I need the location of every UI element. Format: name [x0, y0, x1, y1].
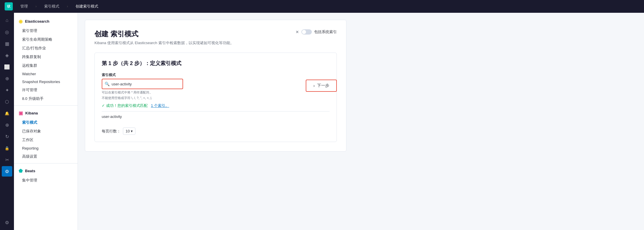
section-elasticsearch: ◉ Elasticsearch: [14, 16, 78, 26]
app-logo: 状: [5, 2, 13, 10]
next-label: 下一步: [317, 83, 329, 88]
nav-item-watcher[interactable]: Watcher: [14, 70, 78, 78]
canvas-icon[interactable]: ⬜: [2, 62, 12, 72]
nav-item-rollup[interactable]: 汇总/打包作业: [14, 44, 78, 53]
apm-icon[interactable]: ⊕: [2, 120, 12, 130]
nav-item-workspaces[interactable]: 工作区: [14, 136, 78, 144]
visualize-icon[interactable]: ◈: [2, 50, 12, 60]
discover-icon[interactable]: ◎: [2, 27, 12, 37]
section-beats: ⬟ Beats: [14, 166, 78, 176]
next-icon: ›: [313, 83, 315, 88]
elasticsearch-icon: ◉: [19, 19, 23, 24]
breadcrumb-sep-1: ›: [35, 4, 37, 8]
settings-icon[interactable]: ⚙: [2, 217, 12, 228]
dev-tools-icon[interactable]: ✂: [2, 154, 12, 165]
include-system-toggle-switch[interactable]: [301, 29, 312, 35]
include-system-toggle-row: ✕ 包括系统索引: [296, 29, 337, 35]
field-hint-1: 可以在索引模式中将 * 用作通配符。: [102, 90, 330, 95]
field-label: 索引模式: [102, 73, 330, 78]
section-kibana: ▣ Kibana: [14, 108, 78, 118]
close-icon: ✕: [296, 30, 299, 34]
nav-index-patterns[interactable]: 索引模式: [42, 3, 61, 10]
card-title: 创建 索引模式: [94, 29, 234, 39]
left-nav: ◉ Elasticsearch 索引管理 索引生命周期策略 汇总/打包作业 跨集…: [14, 13, 78, 230]
nav-item-snapshot[interactable]: Snapshot Repositories: [14, 78, 78, 86]
nav-create-index: 创建索引模式: [74, 3, 100, 10]
security-icon[interactable]: 🔒: [2, 143, 12, 153]
success-text: ✓ 成功！您的索引模式匹配: [102, 103, 148, 108]
nav-item-remote-clusters[interactable]: 远程集群: [14, 61, 78, 70]
nav-item-upgrade[interactable]: 8.0 升级助手: [14, 94, 78, 103]
nav-divider-2: [14, 163, 78, 163]
card-header: 创建 索引模式 Kibana 使用索引模式从 Elasticsearch 索引中…: [94, 29, 337, 46]
nav-item-license[interactable]: 许可管理: [14, 86, 78, 94]
management-icon[interactable]: ⚙: [2, 166, 12, 177]
nav-item-index-patterns[interactable]: 索引模式: [14, 118, 78, 127]
nav-item-advanced-settings[interactable]: 高级设置: [14, 152, 78, 161]
uptime-icon[interactable]: ↻: [2, 131, 12, 142]
input-wrapper: 🔍: [102, 79, 183, 89]
home-icon[interactable]: ⌂: [2, 15, 12, 26]
index-pattern-field: 索引模式 🔍 可以在索引模式中将 * 用作通配符。 不能使用空格或字符 \, /…: [102, 73, 330, 100]
nav-management[interactable]: 管理: [19, 3, 30, 10]
step-title: 第 1 步（共 2 步）：定义索引模式: [102, 60, 330, 67]
nav-item-index-mgmt[interactable]: 索引管理: [14, 26, 78, 35]
index-pattern-input[interactable]: [102, 79, 183, 89]
graph-icon[interactable]: ⬡: [2, 96, 12, 107]
content-card: 创建 索引模式 Kibana 使用索引模式从 Elasticsearch 索引中…: [85, 20, 346, 152]
next-step-button[interactable]: › 下一步: [306, 80, 337, 92]
main-content: 创建 索引模式 Kibana 使用索引模式从 Elasticsearch 索引中…: [78, 13, 644, 230]
ml-icon[interactable]: ✦: [2, 85, 12, 95]
search-icon: 🔍: [105, 82, 110, 86]
card-header-text: 创建 索引模式 Kibana 使用索引模式从 Elasticsearch 索引中…: [94, 29, 234, 46]
dashboard-icon[interactable]: ▦: [2, 38, 12, 49]
nav-divider-1: [14, 105, 78, 106]
maps-icon[interactable]: ⊕: [2, 73, 12, 84]
main-layout: ⌂ ◎ ▦ ◈ ⬜ ⊕ ✦ ⬡ 🔔 ⊕ ↻ 🔒 ✂ ⚙ ⚙ ◉ Elastics…: [0, 13, 644, 230]
pagination-row: 每页行数： 10 ▾: [102, 125, 330, 135]
chevron-down-icon: ▾: [131, 129, 133, 133]
success-message: ✓ 成功！您的索引模式匹配 1 个索引。: [102, 103, 330, 108]
breadcrumb-sep-2: ›: [67, 4, 68, 8]
toggle-knob: [302, 30, 306, 34]
top-nav: 状 管理 › 索引模式 › 创建索引模式: [0, 0, 644, 13]
pagination-label: 每页行数：: [102, 129, 121, 134]
success-link[interactable]: 1 个索引。: [151, 103, 169, 108]
include-system-label: 包括系统索引: [314, 29, 337, 35]
alerting-icon[interactable]: 🔔: [2, 108, 12, 118]
kibana-icon: ▣: [19, 110, 23, 116]
nav-item-reporting[interactable]: Reporting: [14, 144, 78, 152]
next-btn-wrapper: › 下一步: [306, 80, 337, 92]
card-subtitle: Kibana 使用索引模式从 Elasticsearch 索引中检索数据，以实现…: [94, 40, 234, 46]
nav-item-ilm[interactable]: 索引生命周期策略: [14, 35, 78, 44]
nav-item-saved-objects[interactable]: 已保存对象: [14, 127, 78, 136]
step-container: 第 1 步（共 2 步）：定义索引模式 索引模式 🔍 可以在索引模式中将 * 用…: [94, 53, 337, 142]
nav-item-central-mgmt[interactable]: 集中管理: [14, 176, 78, 185]
result-item: user-activity: [102, 111, 330, 122]
beats-icon: ⬟: [19, 168, 23, 174]
field-hint-2: 不能使用空格或字符 \, /, ?, ", <, >, |.: [102, 96, 330, 100]
nav-item-ccr[interactable]: 跨集群复制: [14, 53, 78, 61]
icon-sidebar: ⌂ ◎ ▦ ◈ ⬜ ⊕ ✦ ⬡ 🔔 ⊕ ↻ 🔒 ✂ ⚙ ⚙: [0, 13, 14, 230]
rows-per-page-select[interactable]: 10 ▾: [123, 127, 135, 135]
